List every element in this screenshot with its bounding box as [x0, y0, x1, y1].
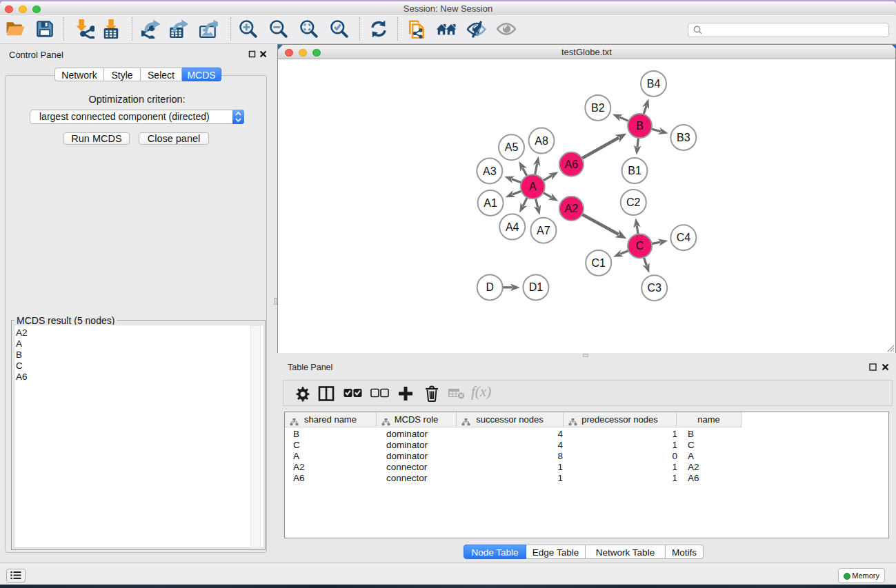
svg-text:D: D: [486, 281, 494, 293]
svg-text:C: C: [636, 240, 644, 252]
svg-text:B2: B2: [591, 102, 605, 114]
svg-text:C1: C1: [591, 257, 606, 269]
svg-text:A8: A8: [535, 135, 548, 147]
svg-text:A4: A4: [506, 221, 519, 233]
svg-text:A3: A3: [483, 165, 497, 177]
svg-text:C3: C3: [647, 282, 661, 294]
svg-text:A: A: [529, 181, 537, 192]
svg-text:A6: A6: [565, 159, 579, 170]
svg-text:C4: C4: [677, 232, 691, 243]
svg-text:A5: A5: [505, 141, 519, 153]
svg-text:B1: B1: [628, 165, 641, 176]
svg-text:B: B: [636, 120, 644, 132]
svg-text:B4: B4: [647, 78, 661, 90]
svg-text:B3: B3: [677, 132, 690, 143]
svg-text:A1: A1: [484, 197, 497, 209]
svg-text:A2: A2: [565, 203, 579, 214]
svg-text:A7: A7: [537, 225, 550, 236]
svg-text:C2: C2: [626, 196, 641, 208]
svg-text:D1: D1: [529, 281, 544, 293]
